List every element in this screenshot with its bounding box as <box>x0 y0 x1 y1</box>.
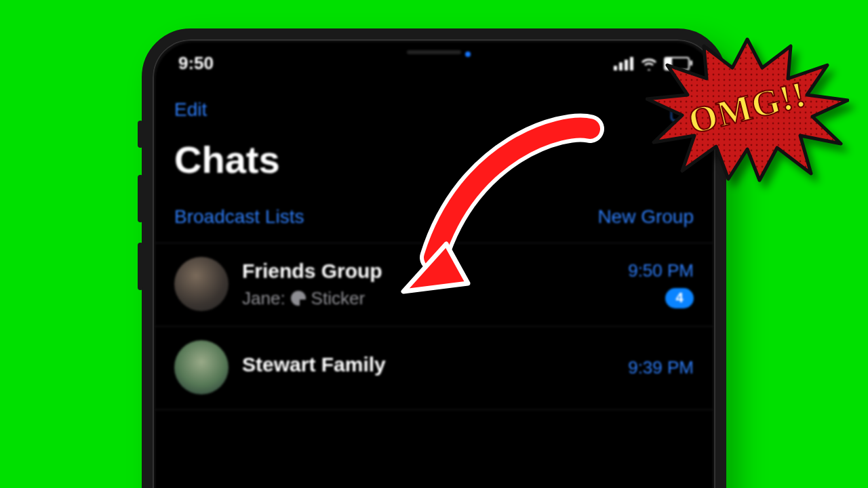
unread-badge: 4 <box>665 288 694 308</box>
avatar <box>174 340 229 394</box>
compose-icon[interactable] <box>671 98 694 121</box>
phone-side-button <box>138 243 143 290</box>
chat-row[interactable]: Stewart Family 9:39 PM <box>155 327 713 410</box>
chat-content: Stewart Family <box>242 353 614 382</box>
chat-preview: Jane: Sticker <box>242 288 614 309</box>
chat-sender: Jane: <box>242 288 285 309</box>
chat-time: 9:50 PM <box>628 260 694 281</box>
wifi-icon <box>641 57 657 70</box>
cellular-signal-icon <box>614 57 634 70</box>
phone-frame: 9:50 Edit Chats Broadcast Lists <box>142 28 726 488</box>
chat-time: 9:39 PM <box>628 357 694 378</box>
page-title: Chats <box>155 128 713 199</box>
chat-name: Stewart Family <box>242 353 614 376</box>
chat-content: Friends Group Jane: Sticker <box>242 260 614 309</box>
thumbnail-stage: 9:50 Edit Chats Broadcast Lists <box>0 0 868 488</box>
battery-icon <box>664 57 690 70</box>
phone-notch <box>326 42 542 65</box>
chat-meta: 9:39 PM <box>628 357 694 378</box>
phone-screen: 9:50 Edit Chats Broadcast Lists <box>155 42 713 488</box>
phone-camera-dot <box>465 52 471 57</box>
chat-meta: 9:50 PM 4 <box>628 260 694 308</box>
chat-preview-text: Sticker <box>311 288 365 309</box>
chat-name: Friends Group <box>242 260 614 283</box>
navbar: Edit <box>155 79 713 128</box>
edit-button[interactable]: Edit <box>174 99 207 121</box>
avatar <box>174 257 229 311</box>
status-time: 9:50 <box>178 53 214 74</box>
phone-side-button <box>138 175 143 222</box>
broadcast-lists-button[interactable]: Broadcast Lists <box>174 206 304 228</box>
status-right-icons <box>614 57 690 70</box>
phone-speaker <box>407 50 461 54</box>
new-group-button[interactable]: New Group <box>597 206 694 228</box>
phone-side-button <box>138 121 143 148</box>
sticker-icon <box>291 291 306 306</box>
chat-row[interactable]: Friends Group Jane: Sticker 9:50 PM 4 <box>155 243 713 327</box>
sub-actions-row: Broadcast Lists New Group <box>155 199 713 243</box>
